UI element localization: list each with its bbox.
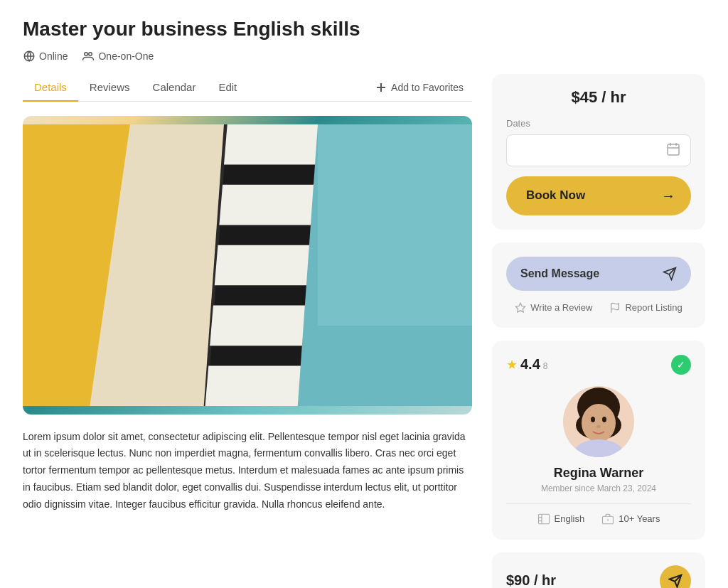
dates-field[interactable]	[517, 144, 666, 156]
book-now-label: Book Now	[526, 188, 585, 203]
report-listing-label: Report Listing	[625, 302, 682, 313]
page-layout: Details Reviews Calendar Edit Add to Fav…	[23, 74, 705, 588]
svg-point-30	[582, 404, 616, 442]
rating-number: 4.4	[520, 356, 540, 373]
add-favorites-button[interactable]: Add to Favorites	[367, 76, 472, 99]
language-icon	[537, 513, 550, 525]
svg-marker-16	[205, 365, 314, 406]
tab-reviews[interactable]: Reviews	[78, 74, 141, 102]
dates-input-wrapper[interactable]	[506, 134, 691, 166]
book-now-arrow-icon: →	[661, 188, 675, 204]
experience-stat: 10+ Years	[601, 513, 660, 525]
send-message-button[interactable]: Send Message	[506, 257, 691, 291]
send-message-label: Send Message	[520, 267, 599, 280]
bottom-price-card: $90 / hr	[492, 552, 705, 588]
page-title: Master your business English skills	[23, 17, 705, 41]
dates-label: Dates	[506, 118, 691, 129]
flag-icon	[609, 302, 621, 314]
message-card: Send Message Write a Review	[492, 242, 705, 328]
svg-point-2	[85, 52, 88, 55]
tabs-list: Details Reviews Calendar Edit	[23, 74, 367, 101]
profile-name: Regina Warner	[506, 466, 691, 481]
star-outline-icon	[515, 302, 526, 314]
tab-calendar[interactable]: Calendar	[141, 74, 208, 102]
online-icon	[23, 50, 36, 63]
svg-marker-14	[215, 245, 317, 285]
mode-label: Online	[39, 50, 68, 62]
plus-icon	[375, 82, 387, 93]
svg-marker-18	[318, 124, 472, 326]
book-now-button[interactable]: Book Now →	[506, 176, 691, 215]
meta-row: Online One-on-One	[23, 50, 705, 63]
tab-edit[interactable]: Edit	[207, 74, 248, 102]
price-booking-card: $45 / hr Dates Book Now →	[492, 74, 705, 230]
svg-point-33	[596, 425, 601, 428]
type-meta: One-on-One	[82, 50, 154, 63]
type-label: One-on-One	[98, 50, 154, 62]
avatar	[563, 386, 634, 457]
profile-since: Member since March 23, 2024	[506, 483, 691, 493]
write-review-label: Write a Review	[530, 302, 592, 313]
svg-point-31	[591, 417, 595, 422]
sidebar: $45 / hr Dates Book Now →	[492, 74, 705, 588]
bottom-price-display: $90 / hr	[506, 572, 556, 588]
rating-row: ★ 4.4 8 ✓	[506, 355, 691, 375]
tab-details[interactable]: Details	[23, 74, 78, 102]
svg-point-32	[602, 417, 606, 422]
rating-count: 8	[543, 361, 548, 371]
main-content: Details Reviews Calendar Edit Add to Fav…	[23, 74, 472, 513]
bottom-send-icon	[668, 574, 682, 588]
avatar-image	[563, 386, 634, 457]
svg-marker-25	[516, 303, 525, 312]
mode-meta: Online	[23, 50, 68, 63]
hero-building-svg	[23, 116, 472, 415]
star-filled-icon: ★	[506, 357, 518, 373]
svg-marker-12	[224, 124, 321, 165]
price-display: $45 / hr	[506, 88, 691, 107]
one-on-one-icon	[82, 50, 95, 63]
write-review-link[interactable]: Write a Review	[515, 302, 592, 314]
verified-icon: ✓	[671, 355, 691, 375]
svg-point-3	[89, 52, 92, 55]
profile-stats: English 10+ Years	[506, 503, 691, 525]
rating-display: ★ 4.4 8	[506, 356, 548, 373]
action-row: Write a Review Report Listing	[506, 302, 691, 314]
send-icon	[663, 267, 677, 281]
hero-image	[23, 116, 472, 415]
language-value: English	[555, 513, 585, 524]
experience-icon	[601, 513, 614, 525]
experience-value: 10+ Years	[619, 513, 660, 524]
tabs-row: Details Reviews Calendar Edit Add to Fav…	[23, 74, 472, 102]
report-listing-link[interactable]: Report Listing	[609, 302, 682, 314]
svg-marker-13	[219, 184, 319, 225]
svg-marker-15	[210, 305, 315, 346]
description-text: Lorem ipsum dolor sit amet, consectetur …	[23, 429, 472, 513]
calendar-icon[interactable]	[666, 142, 680, 159]
language-stat: English	[537, 513, 585, 525]
svg-rect-19	[668, 144, 679, 155]
bottom-send-button[interactable]	[660, 565, 691, 588]
svg-rect-35	[538, 514, 549, 524]
add-favorites-label: Add to Favorites	[391, 82, 464, 93]
profile-card: ★ 4.4 8 ✓	[492, 341, 705, 540]
